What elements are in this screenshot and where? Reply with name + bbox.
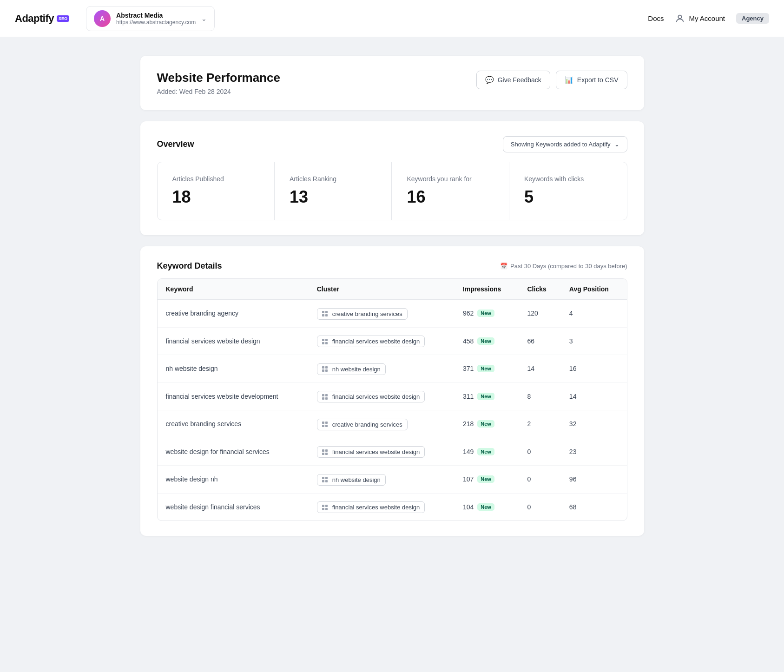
cluster-dots-icon	[322, 477, 328, 482]
cell-cluster: creative branding services	[309, 410, 455, 438]
cell-cluster: financial services website design	[309, 382, 455, 410]
filter-dropdown[interactable]: Showing Keywords added to Adaptify ⌄	[503, 136, 627, 152]
cell-cluster: nh website design	[309, 355, 455, 383]
table-row: creative branding services creative bran…	[158, 410, 627, 438]
cell-clicks: 0	[519, 438, 561, 466]
keyword-period: 📅 Past 30 Days (compared to 30 days befo…	[500, 263, 627, 270]
cell-clicks: 66	[519, 327, 561, 355]
account-name: Abstract Media	[116, 12, 196, 19]
chevron-down-icon: ⌄	[201, 15, 207, 22]
cell-clicks: 2	[519, 410, 561, 438]
cluster-chip[interactable]: financial services website design	[317, 501, 425, 513]
cluster-chip[interactable]: financial services website design	[317, 391, 425, 402]
period-text: Past 30 Days (compared to 30 days before…	[510, 263, 627, 270]
filter-label: Showing Keywords added to Adaptify	[511, 141, 611, 148]
stat-label: Keywords with clicks	[524, 175, 612, 183]
cell-clicks: 0	[519, 493, 561, 520]
agency-badge: Agency	[736, 13, 769, 24]
cluster-chip[interactable]: creative branding services	[317, 308, 408, 320]
cell-impressions: 107 New	[455, 466, 519, 494]
export-icon: 📊	[565, 76, 573, 84]
stat-label: Keywords you rank for	[407, 175, 494, 183]
impression-value: 104	[463, 503, 474, 511]
col-clicks: Clicks	[519, 279, 561, 300]
cell-avg-position: 23	[561, 438, 627, 466]
cluster-chip[interactable]: creative branding services	[317, 419, 408, 430]
impression-value: 218	[463, 420, 474, 428]
header: Adaptify SEO A Abstract Media https://ww…	[0, 0, 784, 37]
new-badge: New	[477, 503, 494, 511]
cluster-dots-icon	[322, 449, 328, 455]
give-feedback-label: Give Feedback	[498, 76, 541, 84]
docs-link[interactable]: Docs	[648, 14, 664, 22]
col-impressions: Impressions	[455, 279, 519, 300]
stat-label: Articles Published	[172, 175, 260, 183]
cell-avg-position: 14	[561, 382, 627, 410]
calendar-icon: 📅	[500, 263, 507, 270]
logo-text: Adaptify	[15, 13, 54, 25]
cell-impressions: 149 New	[455, 438, 519, 466]
performance-actions: 💬 Give Feedback 📊 Export to CSV	[476, 71, 627, 89]
stat-keywords-clicks: Keywords with clicks 5	[509, 162, 627, 220]
cluster-dots-icon	[322, 505, 328, 510]
cluster-dots-icon	[322, 366, 328, 372]
cluster-chip[interactable]: financial services website design	[317, 446, 425, 458]
my-account-button[interactable]: My Account	[675, 13, 725, 24]
new-badge: New	[477, 310, 494, 317]
impression-value: 149	[463, 448, 474, 455]
cell-impressions: 371 New	[455, 355, 519, 383]
account-url: https://www.abstractagency.com	[116, 19, 196, 26]
keyword-details-card: Keyword Details 📅 Past 30 Days (compared…	[140, 246, 644, 536]
logo: Adaptify SEO	[15, 13, 69, 25]
cluster-chip[interactable]: nh website design	[317, 363, 386, 375]
keyword-details-title: Keyword Details	[157, 261, 222, 271]
stat-articles-published: Articles Published 18	[158, 162, 275, 220]
table-row: financial services website design financ…	[158, 327, 627, 355]
cell-avg-position: 3	[561, 327, 627, 355]
cell-keyword: website design for financial services	[158, 438, 309, 466]
new-badge: New	[477, 420, 494, 428]
table-row: creative branding agency creative brandi…	[158, 300, 627, 328]
impression-value: 458	[463, 337, 474, 345]
table-row: website design nh nh website design 107 …	[158, 466, 627, 494]
cluster-chip[interactable]: financial services website design	[317, 336, 425, 347]
cell-impressions: 104 New	[455, 493, 519, 520]
keyword-table: Keyword Cluster Impressions Clicks Avg P…	[158, 279, 627, 520]
cell-cluster: financial services website design	[309, 493, 455, 520]
new-badge: New	[477, 448, 494, 455]
stat-value: 16	[407, 187, 494, 207]
main-content: Website Performance Added: Wed Feb 28 20…	[118, 37, 666, 566]
keyword-table-wrapper: Keyword Cluster Impressions Clicks Avg P…	[157, 278, 627, 521]
cluster-dots-icon	[322, 394, 328, 400]
col-avg-position: Avg Position	[561, 279, 627, 300]
new-badge: New	[477, 393, 494, 400]
cell-keyword: website design financial services	[158, 493, 309, 520]
svg-point-0	[679, 15, 682, 18]
impression-value: 962	[463, 310, 474, 317]
cell-avg-position: 96	[561, 466, 627, 494]
performance-card: Website Performance Added: Wed Feb 28 20…	[140, 56, 644, 110]
give-feedback-button[interactable]: 💬 Give Feedback	[476, 71, 550, 89]
cell-avg-position: 4	[561, 300, 627, 328]
feedback-icon: 💬	[485, 76, 494, 84]
impression-value: 107	[463, 475, 474, 483]
page-title: Website Performance	[157, 71, 280, 85]
keyword-details-header: Keyword Details 📅 Past 30 Days (compared…	[157, 261, 627, 271]
overview-title: Overview	[157, 139, 194, 149]
stat-keywords-rank: Keywords you rank for 16	[392, 162, 510, 220]
cell-keyword: website design nh	[158, 466, 309, 494]
cell-keyword: nh website design	[158, 355, 309, 383]
cell-cluster: creative branding services	[309, 300, 455, 328]
export-csv-button[interactable]: 📊 Export to CSV	[556, 71, 627, 89]
col-cluster: Cluster	[309, 279, 455, 300]
account-info: Abstract Media https://www.abstractagenc…	[116, 12, 196, 26]
cell-impressions: 458 New	[455, 327, 519, 355]
cluster-dots-icon	[322, 422, 328, 427]
user-icon	[675, 13, 685, 24]
new-badge: New	[477, 365, 494, 372]
account-selector[interactable]: A Abstract Media https://www.abstractage…	[86, 6, 215, 31]
cell-avg-position: 68	[561, 493, 627, 520]
cell-avg-position: 16	[561, 355, 627, 383]
cluster-chip[interactable]: nh website design	[317, 474, 386, 486]
cell-keyword: creative branding services	[158, 410, 309, 438]
